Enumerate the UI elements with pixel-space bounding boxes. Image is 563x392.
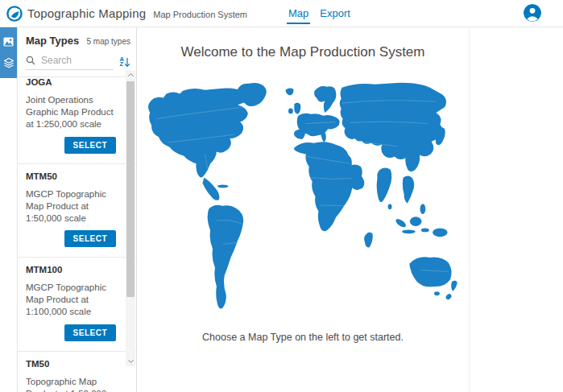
select-button[interactable]: SELECT	[64, 137, 116, 154]
widget-toolbar-active-group	[0, 27, 17, 78]
welcome-panel: Welcome to the Map Production System	[137, 27, 469, 392]
scrollbar-thumb[interactable]	[126, 81, 135, 297]
map-types-header: Map Types 5 map types	[18, 27, 136, 47]
tab-map[interactable]: Map	[288, 0, 308, 27]
map-type-count: 5 map types	[87, 37, 130, 46]
map-type-name: MTM100	[26, 265, 116, 274]
app-title: Topographic Mapping	[27, 6, 146, 20]
search-box[interactable]	[26, 54, 114, 70]
select-button-row: SELECT	[26, 324, 116, 341]
map-type-list: JOGA Joint Operations Graphic Map Produc…	[18, 70, 136, 392]
map-type-item: MTM50 MGCP Topographic Map Product at 1:…	[18, 164, 136, 258]
scroll-down-icon[interactable]	[126, 357, 135, 366]
list-scrollbar[interactable]	[126, 70, 135, 366]
map-type-name: MTM50	[26, 171, 116, 181]
search-input[interactable]	[39, 54, 99, 67]
sort-az-icon[interactable]: A Z	[120, 57, 130, 68]
app-shell: Map Types 5 map types A Z	[0, 27, 563, 392]
search-row: A Z	[26, 54, 130, 70]
header-tabs: Map Export	[288, 0, 350, 27]
search-icon	[26, 56, 35, 65]
map-type-item: JOGA Joint Operations Graphic Map Produc…	[18, 70, 136, 164]
map-type-item: MTM100 MGCP Topographic Map Product at 1…	[18, 258, 136, 352]
instruction-text: Choose a Map Type on the left to get sta…	[137, 332, 469, 343]
app-header: Topographic Mapping Map Production Syste…	[0, 0, 563, 27]
layers-icon[interactable]	[0, 52, 17, 73]
tab-export[interactable]: Export	[320, 0, 350, 27]
map-type-name: TM50	[26, 359, 116, 369]
map-type-name: JOGA	[26, 77, 116, 87]
select-button[interactable]: SELECT	[64, 230, 116, 247]
map-type-description: Joint Operations Graphic Map Product at …	[26, 94, 116, 131]
user-avatar-icon[interactable]	[524, 4, 541, 22]
right-empty-area	[469, 27, 563, 392]
map-type-description: MGCP Topographic Map Product at 1:50,000…	[26, 188, 116, 225]
map-type-description: Topographic Map Product at 1:50,000 scal…	[26, 376, 116, 392]
world-map-image	[137, 80, 469, 318]
panel-title: Map Types	[26, 35, 79, 47]
map-type-description: MGCP Topographic Map Product at 1:100,00…	[26, 282, 116, 319]
select-button-row: SELECT	[26, 230, 116, 247]
map-types-panel: Map Types 5 map types A Z	[18, 27, 137, 392]
welcome-title: Welcome to the Map Production System	[137, 44, 469, 60]
select-button-row: SELECT	[26, 137, 116, 154]
widget-toolbar	[0, 27, 18, 392]
scroll-up-icon[interactable]	[126, 70, 135, 80]
map-type-item: TM50 Topographic Map Product at 1:50,000…	[18, 352, 136, 392]
app-subtitle: Map Production System	[153, 8, 247, 19]
map-view-icon[interactable]	[0, 31, 17, 52]
select-button[interactable]: SELECT	[64, 324, 116, 341]
app-logo-icon	[6, 6, 23, 22]
